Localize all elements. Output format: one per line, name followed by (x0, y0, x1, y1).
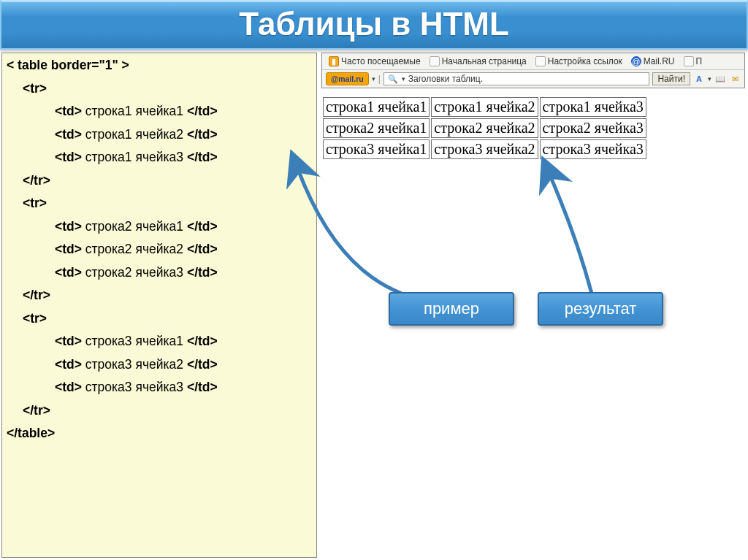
code-line: </tr> (7, 404, 312, 418)
table-cell: строка2 ячейка2 (431, 118, 538, 138)
callout-example: пример (389, 292, 514, 326)
callout-result: результат (538, 292, 663, 326)
table-cell: строка3 ячейка1 (323, 139, 430, 159)
code-line: </tr> (7, 289, 312, 302)
code-line: <td> строка1 ячейка3 </td> (7, 151, 312, 164)
code-line: <td> строка2 ячейка2 </td> (7, 243, 312, 256)
find-button[interactable]: Найти! (652, 72, 690, 85)
bookmark-more[interactable]: П (682, 55, 705, 67)
code-line: </table> (7, 427, 312, 440)
slide-title: Таблицы в HTML (0, 0, 748, 50)
book-icon[interactable]: 📖 (714, 73, 726, 85)
at-icon: @ (631, 56, 641, 66)
code-line: <td> строка2 ячейка1 </td> (7, 220, 312, 234)
bookmarks-bar: ▮ Часто посещаемые Начальная страница На… (322, 53, 744, 70)
code-line: <tr> (7, 83, 312, 96)
font-icon[interactable]: A (693, 73, 705, 85)
arrow-result (537, 173, 639, 307)
mail-icon[interactable]: ✉ (729, 73, 741, 85)
magnifier-icon: 🔍 (387, 73, 399, 85)
page-icon (684, 56, 694, 66)
code-line: <td> строка1 ячейка2 </td> (7, 129, 312, 142)
table-cell: строка3 ячейка3 (540, 139, 646, 159)
table-cell: строка2 ячейка3 (540, 118, 646, 138)
rss-icon: ▮ (329, 56, 339, 66)
chevron-down-icon[interactable]: ▾ (372, 75, 375, 83)
table-row: строка3 ячейка1 строка3 ячейка2 строка3 … (323, 139, 646, 159)
browser-toolbar: ▮ Часто посещаемые Начальная страница На… (321, 53, 745, 88)
code-line: <tr> (7, 197, 312, 210)
code-line: <td> строка3 ячейка1 </td> (7, 335, 312, 348)
mail-logo[interactable]: @mail.ru (326, 72, 369, 85)
page-icon (430, 56, 440, 66)
code-line: <tr> (7, 312, 312, 326)
chevron-down-icon[interactable]: ▾ (402, 75, 405, 83)
table-cell: строка3 ячейка2 (431, 139, 538, 159)
code-panel: < table border="1" > <tr> <td> строка1 я… (1, 53, 317, 558)
code-line: </tr> (7, 174, 312, 188)
bookmark-often[interactable]: ▮ Часто посещаемые (327, 55, 423, 67)
mail-search-bar: @mail.ru ▾ | 🔍 ▾ Заголовки таблиц. Найти… (322, 70, 744, 88)
page-icon (535, 56, 546, 66)
table-cell: строка1 ячейка3 (540, 97, 646, 117)
table-cell: строка1 ячейка2 (431, 97, 538, 117)
code-line: <td> строка1 ячейка1 </td> (7, 105, 312, 118)
code-line: <td> строка3 ячейка3 </td> (7, 381, 312, 394)
table-cell: строка2 ячейка1 (323, 118, 430, 138)
code-line: < table border="1" > (7, 59, 312, 72)
table-cell: строка1 ячейка1 (323, 97, 430, 117)
search-input[interactable]: 🔍 ▾ Заголовки таблиц. (383, 72, 650, 85)
table-row: строка1 ячейка1 строка1 ячейка2 строка1 … (323, 97, 646, 117)
bookmark-links[interactable]: Настройка ссылок (533, 55, 625, 67)
code-line: <td> строка2 ячейка3 </td> (7, 266, 312, 280)
table-row: строка2 ячейка1 строка2 ячейка2 строка2 … (323, 118, 646, 138)
result-table: строка1 ячейка1 строка1 ячейка2 строка1 … (321, 96, 648, 161)
search-text: Заголовки таблиц. (408, 74, 483, 84)
bookmark-mail[interactable]: @ Mail.RU (629, 55, 677, 67)
bookmark-start[interactable]: Начальная страница (427, 55, 529, 67)
code-line: <td> строка3 ячейка2 </td> (7, 358, 312, 372)
result-panel: ▮ Часто посещаемые Начальная страница На… (321, 53, 745, 558)
